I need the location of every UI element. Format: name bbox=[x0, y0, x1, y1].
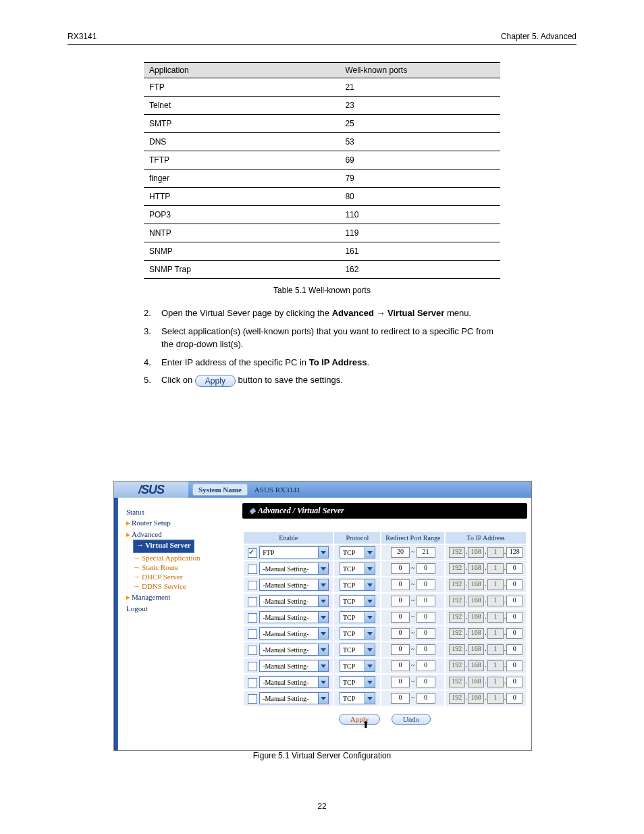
ip-octet-4[interactable]: 128 bbox=[506, 547, 522, 558]
nav-router-setup[interactable]: ▸Router Setup bbox=[126, 518, 232, 528]
ip-octet-4[interactable]: 0 bbox=[506, 596, 522, 606]
application-select[interactable]: -Manual Setting- bbox=[259, 692, 329, 704]
port-to-input[interactable]: 0 bbox=[417, 660, 435, 671]
application-select[interactable]: -Manual Setting- bbox=[259, 611, 329, 623]
nav-advanced[interactable]: ▸Advanced bbox=[126, 529, 232, 540]
protocol-select[interactable]: TCP bbox=[340, 563, 375, 575]
chevron-down-icon bbox=[318, 677, 328, 687]
ip-octet-4[interactable]: 0 bbox=[506, 628, 522, 639]
app-cell: SNMP bbox=[144, 242, 340, 261]
ip-octet-2: 168 bbox=[468, 660, 484, 671]
ip-octet-2: 168 bbox=[468, 644, 484, 655]
enable-checkbox[interactable] bbox=[248, 613, 257, 623]
port-from-input[interactable]: 0 bbox=[391, 563, 410, 574]
protocol-select[interactable]: TCP bbox=[340, 611, 375, 623]
ip-octet-4[interactable]: 0 bbox=[506, 612, 522, 623]
port-to-input[interactable]: 0 bbox=[417, 693, 435, 704]
enable-checkbox[interactable] bbox=[248, 662, 257, 671]
enable-checkbox[interactable] bbox=[248, 678, 257, 687]
enable-checkbox[interactable] bbox=[248, 565, 257, 574]
ip-octet-2: 168 bbox=[468, 547, 484, 558]
table-row: -Manual Setting-TCP0~0192.168.1.0 bbox=[244, 577, 526, 592]
app-cell: NNTP bbox=[144, 224, 340, 242]
nav-virtual-server[interactable]: →Virtual Server bbox=[133, 540, 194, 553]
ip-octet-4[interactable]: 0 bbox=[506, 677, 522, 687]
port-cell: 162 bbox=[340, 261, 500, 279]
port-from-input[interactable]: 0 bbox=[391, 596, 410, 606]
nav-static-route[interactable]: →Static Route bbox=[133, 563, 232, 572]
nav-logout[interactable]: Logout bbox=[126, 604, 232, 613]
nav-ddns-service[interactable]: →DDNS Service bbox=[133, 581, 232, 591]
port-from-input[interactable]: 0 bbox=[391, 660, 410, 671]
application-select[interactable]: FTP bbox=[259, 546, 329, 558]
chevron-down-icon bbox=[365, 547, 375, 558]
port-from-input[interactable]: 0 bbox=[391, 677, 410, 687]
tilde: ~ bbox=[410, 645, 416, 652]
ip-octet-3: 1 bbox=[487, 677, 504, 687]
protocol-select[interactable]: TCP bbox=[340, 692, 375, 704]
application-select[interactable]: -Manual Setting- bbox=[259, 627, 329, 640]
protocol-select[interactable]: TCP bbox=[340, 676, 375, 688]
step-number: 4. bbox=[144, 357, 161, 369]
table-row: FTPTCP20~21192.168.1.128 bbox=[244, 545, 526, 560]
port-from-input[interactable]: 0 bbox=[391, 579, 410, 590]
protocol-select[interactable]: TCP bbox=[340, 644, 375, 656]
protocol-select[interactable]: TCP bbox=[340, 579, 375, 591]
nav-status[interactable]: Status bbox=[126, 507, 232, 517]
port-to-input[interactable]: 0 bbox=[417, 677, 435, 687]
protocol-select[interactable]: TCP bbox=[340, 595, 375, 607]
ip-octet-2: 168 bbox=[468, 677, 484, 687]
enable-checkbox[interactable] bbox=[248, 646, 257, 655]
chevron-down-icon bbox=[365, 644, 375, 655]
port-from-input[interactable]: 0 bbox=[391, 628, 410, 639]
port-cell: 80 bbox=[340, 188, 500, 206]
port-from-input[interactable]: 20 bbox=[391, 547, 410, 558]
port-to-input[interactable]: 0 bbox=[417, 596, 435, 606]
port-from-input[interactable]: 0 bbox=[391, 612, 410, 623]
application-select[interactable]: -Manual Setting- bbox=[259, 563, 329, 575]
nav-management[interactable]: ▸Management bbox=[126, 592, 232, 602]
port-from-input[interactable]: 0 bbox=[391, 693, 410, 704]
port-to-input[interactable]: 0 bbox=[417, 612, 435, 623]
port-to-input[interactable]: 0 bbox=[417, 579, 435, 590]
ip-octet-4[interactable]: 0 bbox=[506, 563, 522, 574]
undo-button[interactable]: Undo bbox=[392, 714, 431, 725]
nav-dhcp-server[interactable]: →DHCP Server bbox=[133, 572, 232, 581]
protocol-select[interactable]: TCP bbox=[340, 546, 375, 558]
enable-checkbox[interactable] bbox=[248, 597, 257, 606]
ip-octet-2: 168 bbox=[468, 628, 484, 639]
ip-octet-3: 1 bbox=[487, 612, 504, 623]
enable-checkbox[interactable] bbox=[248, 581, 257, 590]
ip-octet-3: 1 bbox=[487, 628, 504, 639]
ip-octet-2: 168 bbox=[468, 612, 484, 623]
step-text: Click on Apply button to save the settin… bbox=[161, 374, 500, 387]
protocol-select[interactable]: TCP bbox=[340, 660, 375, 672]
doc-title: RX3141 bbox=[68, 32, 97, 41]
port-to-input[interactable]: 0 bbox=[417, 563, 435, 574]
ip-octet-4[interactable]: 0 bbox=[506, 693, 522, 704]
application-select[interactable]: -Manual Setting- bbox=[259, 579, 329, 591]
application-select[interactable]: -Manual Setting- bbox=[259, 660, 329, 672]
apply-button[interactable]: Apply bbox=[339, 714, 381, 725]
ip-octet-4[interactable]: 0 bbox=[506, 644, 522, 655]
application-select[interactable]: -Manual Setting- bbox=[259, 676, 329, 688]
enable-checkbox[interactable] bbox=[248, 694, 257, 704]
system-name-label: System Name bbox=[192, 484, 248, 496]
port-to-input[interactable]: 0 bbox=[417, 628, 435, 639]
ip-octet-4[interactable]: 0 bbox=[506, 660, 522, 671]
port-cell: 53 bbox=[340, 133, 500, 151]
port-to-input[interactable]: 21 bbox=[417, 547, 435, 558]
enable-checkbox[interactable] bbox=[248, 629, 257, 639]
ip-octet-4[interactable]: 0 bbox=[506, 579, 522, 590]
breadcrumb: ◆Advanced / Virtual Server bbox=[242, 503, 527, 519]
port-from-input[interactable]: 0 bbox=[391, 644, 410, 655]
port-to-input[interactable]: 0 bbox=[417, 644, 435, 655]
nav-special-application[interactable]: →Special Application bbox=[133, 553, 232, 563]
ip-octet-3: 1 bbox=[487, 563, 504, 574]
application-select[interactable]: -Manual Setting- bbox=[259, 595, 329, 607]
table-row: -Manual Setting-TCP0~0192.168.1.0 bbox=[244, 594, 526, 608]
tilde: ~ bbox=[410, 580, 416, 588]
application-select[interactable]: -Manual Setting- bbox=[259, 644, 329, 656]
protocol-select[interactable]: TCP bbox=[340, 627, 375, 640]
enable-checkbox[interactable] bbox=[248, 548, 257, 558]
